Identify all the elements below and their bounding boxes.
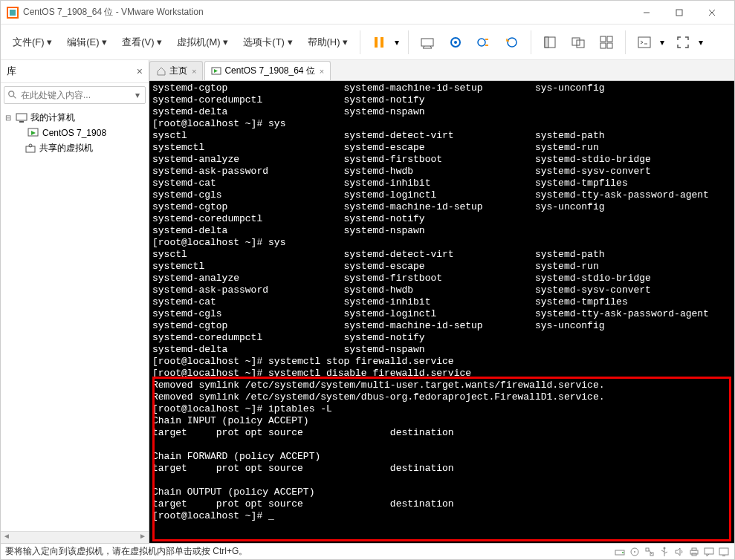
vmware-logo-icon: [7, 7, 19, 19]
sidebar-hscroll[interactable]: ◄►: [1, 531, 149, 543]
status-text: 要将输入定向到该虚拟机，请在虚拟机内部单击或按 Ctrl+G。: [5, 545, 611, 558]
svg-rect-36: [646, 548, 649, 551]
tree-vm-centos[interactable]: CentOS 7_1908: [1, 126, 149, 140]
power-dropdown[interactable]: ▾: [393, 37, 401, 48]
snapshot-icon[interactable]: [443, 30, 468, 55]
tree-shared[interactable]: 共享的虚拟机: [1, 140, 149, 156]
window-title: CentOS 7_1908_64 位 - VMware Workstation: [23, 6, 204, 19]
svg-point-10: [454, 41, 457, 44]
svg-rect-48: [722, 556, 725, 556]
snapshot-manager-icon[interactable]: [471, 30, 496, 55]
svg-marker-31: [214, 69, 218, 73]
message-icon[interactable]: [703, 546, 715, 558]
minimize-button[interactable]: [630, 2, 663, 23]
pause-icon[interactable]: [366, 30, 392, 55]
svg-rect-16: [577, 40, 584, 48]
svg-point-40: [664, 547, 666, 549]
tab-home[interactable]: 主页 ×: [149, 61, 203, 80]
menu-tabs[interactable]: 选项卡(T) ▾: [236, 31, 299, 53]
printer-icon[interactable]: [688, 546, 700, 558]
terminal-content: systemd-cgtop systemd-machine-id-setup s…: [152, 82, 731, 522]
svg-rect-47: [719, 548, 728, 555]
menu-vm[interactable]: 虚拟机(M) ▾: [169, 31, 236, 53]
maximize-button[interactable]: [663, 2, 696, 23]
svg-point-35: [634, 551, 635, 553]
svg-rect-7: [381, 37, 383, 48]
console-dropdown[interactable]: ▾: [658, 37, 666, 48]
close-sidebar-button[interactable]: ×: [137, 65, 143, 77]
disk-icon[interactable]: [614, 546, 626, 558]
search-input[interactable]: [21, 90, 133, 100]
vm-running-icon: [27, 127, 39, 139]
svg-line-23: [13, 96, 16, 99]
cd-icon[interactable]: [629, 546, 641, 558]
shared-icon: [25, 143, 36, 154]
home-icon: [156, 66, 166, 76]
svg-rect-46: [705, 548, 713, 554]
library-search[interactable]: ▾: [4, 86, 146, 104]
tab-close[interactable]: ×: [320, 67, 324, 76]
status-bar: 要将输入定向到该虚拟机，请在虚拟机内部单击或按 Ctrl+G。: [1, 543, 734, 559]
tab-vm[interactable]: CentOS 7_1908_64 位 ×: [204, 61, 331, 80]
fullscreen-icon[interactable]: [670, 30, 696, 55]
library-tree: ⊟ 我的计算机 CentOS 7_1908 共享的虚拟机: [1, 107, 149, 531]
svg-marker-27: [31, 131, 36, 135]
send-ctrl-alt-del-icon[interactable]: [415, 30, 440, 55]
view-thumbnail-icon[interactable]: [594, 30, 619, 55]
vm-status-icon[interactable]: [718, 546, 730, 558]
svg-point-22: [9, 91, 14, 97]
menu-view[interactable]: 查看(V) ▾: [114, 31, 169, 53]
svg-rect-21: [638, 37, 650, 48]
menu-help[interactable]: 帮助(H) ▾: [300, 31, 356, 53]
svg-rect-1: [10, 10, 16, 16]
svg-rect-14: [545, 37, 548, 48]
svg-rect-25: [19, 121, 24, 123]
fullscreen-dropdown[interactable]: ▾: [697, 37, 705, 48]
library-sidebar: 库 × ▾ ⊟ 我的计算机 CentOS 7_1908 共享的虚拟机: [1, 60, 149, 543]
vm-running-icon: [211, 66, 221, 76]
svg-rect-6: [375, 37, 378, 48]
svg-point-11: [478, 39, 485, 46]
svg-point-33: [622, 552, 624, 553]
revert-icon[interactable]: [499, 30, 525, 55]
search-icon: [7, 90, 18, 100]
svg-rect-3: [676, 10, 682, 16]
svg-line-42: [664, 552, 667, 553]
menu-file[interactable]: 文件(F) ▾: [5, 31, 59, 53]
tree-label: 共享的虚拟机: [39, 142, 93, 154]
sound-icon[interactable]: [673, 546, 685, 558]
menu-edit[interactable]: 编辑(E) ▾: [59, 31, 114, 53]
tab-label: 主页: [169, 65, 187, 77]
tree-label: 我的计算机: [30, 111, 75, 124]
close-button[interactable]: [696, 2, 728, 23]
svg-rect-19: [600, 43, 606, 48]
console-icon[interactable]: [632, 30, 657, 55]
svg-line-41: [661, 550, 664, 552]
tab-close[interactable]: ×: [192, 67, 196, 76]
tree-label: CentOS 7_1908: [42, 128, 106, 138]
network-icon[interactable]: [644, 546, 655, 558]
tab-label: CentOS 7_1908_64 位: [224, 65, 314, 77]
terminal-view[interactable]: systemd-cgtop systemd-machine-id-setup s…: [149, 81, 734, 543]
svg-rect-44: [692, 548, 696, 550]
tree-my-computer[interactable]: ⊟ 我的计算机: [1, 110, 149, 126]
view-unity-icon[interactable]: [566, 30, 591, 55]
library-title: 库: [7, 65, 137, 78]
tab-bar: 主页 × CentOS 7_1908_64 位 ×: [149, 60, 734, 81]
svg-point-12: [508, 38, 517, 47]
svg-rect-20: [607, 43, 612, 48]
view-single-icon[interactable]: [537, 30, 563, 55]
menubar: 文件(F) ▾ 编辑(E) ▾ 查看(V) ▾ 虚拟机(M) ▾ 选项卡(T) …: [1, 25, 734, 60]
computer-icon: [16, 112, 27, 124]
usb-icon[interactable]: [658, 546, 670, 558]
titlebar: CentOS 7_1908_64 位 - VMware Workstation: [1, 1, 734, 25]
svg-rect-8: [421, 39, 433, 46]
svg-rect-15: [572, 38, 580, 45]
search-dropdown[interactable]: ▾: [133, 90, 142, 100]
svg-rect-17: [600, 36, 606, 42]
svg-rect-24: [16, 114, 27, 120]
svg-rect-18: [607, 36, 612, 42]
